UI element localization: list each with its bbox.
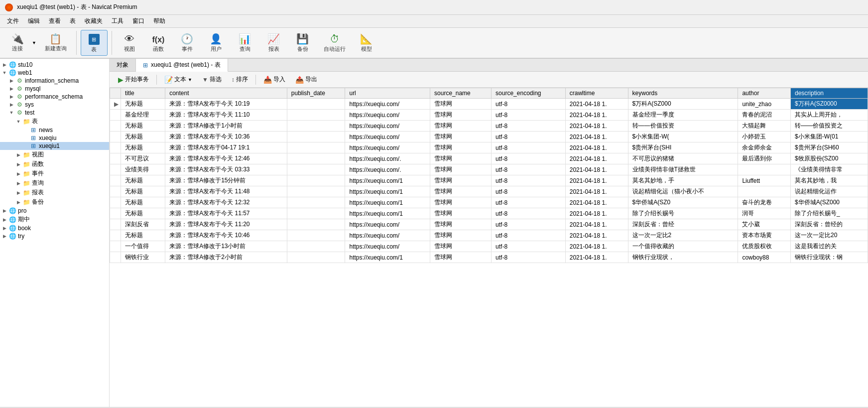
menu-item-窗口[interactable]: 窗口 <box>128 16 148 26</box>
cell-10-description[interactable]: 除了介绍长赐号_ <box>790 208 868 219</box>
table-row[interactable]: 无标题来源：雪球A修改于1小时前https://xueqiu.com/雪球网ut… <box>110 121 868 132</box>
table-row[interactable]: 无标题来源：雪球A发布于今天 12:32https://xueqiu.com/1… <box>110 197 868 208</box>
col-header-title[interactable]: title <box>121 88 165 99</box>
cell-10-author[interactable]: 润哥 <box>738 208 791 219</box>
cell-2-source_encoding[interactable]: utf-8 <box>492 121 566 132</box>
cell-13-source_encoding[interactable]: utf-8 <box>492 241 566 252</box>
cell-3-crawltime[interactable]: 2021-04-18 1. <box>565 132 628 142</box>
cell-0-url[interactable]: https://xueqiu.com/ <box>345 99 430 110</box>
cell-2-publish_date[interactable] <box>287 121 345 132</box>
tab-0[interactable]: 对象 <box>110 59 136 71</box>
cell-0-title[interactable]: 无标题 <box>121 99 165 110</box>
sidebar-item-news[interactable]: ⊞news <box>0 126 109 134</box>
toolbar-自动运行[interactable]: ⏱自动运行 <box>318 31 351 55</box>
menu-item-文件[interactable]: 文件 <box>3 16 23 26</box>
cell-14-source_encoding[interactable]: utf-8 <box>492 252 566 263</box>
cell-11-url[interactable]: https://xueqiu.com/ <box>345 219 430 230</box>
cell-6-description[interactable]: 《业绩美得情非常 <box>790 164 868 175</box>
sidebar-item-期中[interactable]: ▶🌐期中 <box>0 215 109 224</box>
tab-1[interactable]: ⊞xueqiu1 @test (web1) - 表 <box>136 59 228 72</box>
toolbar-查询[interactable]: 📊查询 <box>232 31 258 55</box>
cell-14-publish_date[interactable] <box>287 252 345 263</box>
cell-6-author[interactable] <box>738 164 791 175</box>
cell-11-content[interactable]: 来源：雪球A发布于今天 11:20 <box>165 219 287 230</box>
cell-1-description[interactable]: 其实从上周开始， <box>790 110 868 121</box>
toolbar-报表[interactable]: 📈报表 <box>260 31 287 55</box>
cell-8-publish_date[interactable] <box>287 186 345 197</box>
sidebar[interactable]: ▶🌐stu10▼🌐web1▶⚙information_schema▶⚙mysql… <box>0 59 110 407</box>
cell-2-description[interactable]: 转——价值投资之 <box>790 121 868 132</box>
menu-item-收藏夹[interactable]: 收藏夹 <box>81 16 107 26</box>
cell-1-content[interactable]: 来源：雪球A发布于今天 11:10 <box>165 110 287 121</box>
connect-dropdown-arrow[interactable]: ▼ <box>31 39 37 46</box>
table-row[interactable]: 无标题来源：雪球A发布于今天 11:48https://xueqiu.com/1… <box>110 186 868 197</box>
cell-11-crawltime[interactable]: 2021-04-18 1. <box>565 219 628 230</box>
cell-2-author[interactable]: 大猫起舞 <box>738 121 791 132</box>
cell-6-crawltime[interactable]: 2021-04-18 1. <box>565 164 628 175</box>
cell-13-author[interactable]: 优质股权收 <box>738 241 791 252</box>
cell-11-description[interactable]: 深刻反省：曾经的 <box>790 219 868 230</box>
cell-8-description[interactable]: 说起精细化运作 <box>790 186 868 197</box>
cell-10-source_name[interactable]: 雪球网 <box>430 208 492 219</box>
cell-0-content[interactable]: 来源：雪球A发布于今天 10:19 <box>165 99 287 110</box>
cell-6-publish_date[interactable] <box>287 164 345 175</box>
menu-item-表[interactable]: 表 <box>66 16 80 26</box>
col-header-publish_date[interactable]: publish_date <box>287 88 345 99</box>
toolbar-connect[interactable]: 🔌连接 <box>4 31 31 55</box>
action-导入[interactable]: 📥导入 <box>259 74 290 85</box>
cell-4-url[interactable]: https://xueqiu.com/ <box>345 142 430 153</box>
sidebar-item-test[interactable]: ▼⚙test <box>0 109 109 117</box>
cell-5-source_name[interactable]: 雪球网 <box>430 153 492 164</box>
col-header-crawltime[interactable]: crawltime <box>565 88 628 99</box>
cell-2-keywords[interactable]: 转——价值投资 <box>628 121 738 132</box>
sidebar-item-stu10[interactable]: ▶🌐stu10 <box>0 61 109 69</box>
action-导出[interactable]: 📤导出 <box>291 74 322 85</box>
cell-7-keywords[interactable]: 莫名其妙地，手 <box>628 175 738 186</box>
cell-10-source_encoding[interactable]: utf-8 <box>492 208 566 219</box>
table-row[interactable]: 无标题来源：雪球A发布于今天 11:57https://xueqiu.com/1… <box>110 208 868 219</box>
cell-8-content[interactable]: 来源：雪球A发布于今天 11:48 <box>165 186 287 197</box>
cell-5-title[interactable]: 不可思议 <box>121 153 165 164</box>
table-row[interactable]: 无标题来源：雪球A发布于04-17 19:1https://xueqiu.com… <box>110 142 868 153</box>
action-筛选[interactable]: ▼筛选 <box>198 74 226 85</box>
cell-1-title[interactable]: 基金经理 <box>121 110 165 121</box>
cell-5-author[interactable]: 最后遇到你 <box>738 153 791 164</box>
cell-14-keywords[interactable]: 钢铁行业现状， <box>628 252 738 263</box>
sidebar-item-book[interactable]: ▶🌐book <box>0 224 109 232</box>
action-开始事务[interactable]: ▶开始事务 <box>114 74 153 85</box>
menu-item-编辑[interactable]: 编辑 <box>24 16 44 26</box>
cell-11-publish_date[interactable] <box>287 219 345 230</box>
cell-11-author[interactable]: 艾小葳 <box>738 219 791 230</box>
cell-6-source_encoding[interactable]: utf-8 <box>492 164 566 175</box>
cell-7-title[interactable]: 无标题 <box>121 175 165 186</box>
cell-5-keywords[interactable]: 不可思议的猪猪 <box>628 153 738 164</box>
toolbar-备份[interactable]: 💾备份 <box>289 31 316 55</box>
cell-13-crawltime[interactable]: 2021-04-18 1. <box>565 241 628 252</box>
cell-12-description[interactable]: 这一次一定比20 <box>790 230 868 241</box>
sidebar-item-web1[interactable]: ▼🌐web1 <box>0 69 109 77</box>
action-排序[interactable]: ↕排序 <box>227 74 252 85</box>
cell-7-url[interactable]: https://xueqiu.com/1 <box>345 175 430 186</box>
sidebar-item-事件[interactable]: ▶📁事件 <box>0 169 109 178</box>
sidebar-item-备份[interactable]: ▶📁备份 <box>0 197 109 207</box>
cell-7-publish_date[interactable] <box>287 175 345 186</box>
cell-8-source_encoding[interactable]: utf-8 <box>492 186 566 197</box>
cell-11-source_name[interactable]: 雪球网 <box>430 219 492 230</box>
cell-7-source_encoding[interactable]: utf-8 <box>492 175 566 186</box>
cell-4-crawltime[interactable]: 2021-04-18 1. <box>565 142 628 153</box>
cell-4-source_name[interactable]: 雪球网 <box>430 142 492 153</box>
col-header-source_name[interactable]: source_name <box>430 88 492 99</box>
cell-3-keywords[interactable]: $小米集团-W( <box>628 132 738 142</box>
col-header-keywords[interactable]: keywords <box>628 88 738 99</box>
sidebar-item-函数[interactable]: ▶📁函数 <box>0 159 109 169</box>
menu-item-查看[interactable]: 查看 <box>45 16 65 26</box>
cell-12-keywords[interactable]: 这一次一定比2 <box>628 230 738 241</box>
cell-6-keywords[interactable]: 业绩美得情非做T拯救世 <box>628 164 738 175</box>
cell-10-url[interactable]: https://xueqiu.com/1 <box>345 208 430 219</box>
toolbar-用户[interactable]: 👤用户 <box>203 31 230 55</box>
table-row[interactable]: 不可思议来源：雪球A发布于今天 12:46https://xueqiu.com/… <box>110 153 868 164</box>
cell-12-content[interactable]: 来源：雪球A发布于今天 10:46 <box>165 230 287 241</box>
cell-8-source_name[interactable]: 雪球网 <box>430 186 492 197</box>
cell-14-title[interactable]: 钢铁行业 <box>121 252 165 263</box>
cell-8-author[interactable] <box>738 186 791 197</box>
